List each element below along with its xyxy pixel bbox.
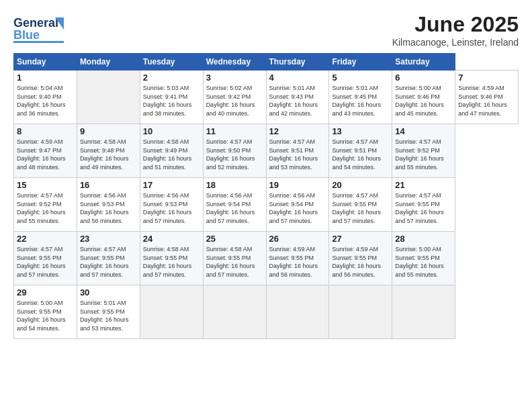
day-info: Sunrise: 4:56 AMSunset: 9:53 PMDaylight:… — [143, 191, 200, 225]
day-info: Sunrise: 4:59 AMSunset: 9:55 PMDaylight:… — [269, 245, 326, 279]
calendar-cell: 6Sunrise: 5:00 AMSunset: 9:46 PMDaylight… — [392, 71, 455, 124]
day-info: Sunrise: 4:59 AMSunset: 9:55 PMDaylight:… — [332, 245, 389, 279]
day-info: Sunrise: 4:57 AMSunset: 9:55 PMDaylight:… — [395, 191, 452, 225]
day-info: Sunrise: 4:56 AMSunset: 9:54 PMDaylight:… — [206, 191, 263, 225]
calendar-cell: 18Sunrise: 4:56 AMSunset: 9:54 PMDayligh… — [203, 178, 266, 232]
day-number: 18 — [206, 180, 263, 190]
calendar-cell: 23Sunrise: 4:57 AMSunset: 9:55 PMDayligh… — [77, 232, 140, 285]
day-number: 30 — [80, 287, 137, 298]
calendar-cell: 2Sunrise: 5:03 AMSunset: 9:41 PMDaylight… — [140, 71, 203, 124]
calendar-cell: 12Sunrise: 4:57 AMSunset: 9:51 PMDayligh… — [266, 124, 329, 178]
day-info: Sunrise: 4:57 AMSunset: 9:55 PMDaylight:… — [80, 245, 137, 279]
calendar-table: Sunday Monday Tuesday Wednesday Thursday… — [13, 53, 519, 339]
calendar-cell: 19Sunrise: 4:56 AMSunset: 9:54 PMDayligh… — [266, 178, 329, 232]
calendar-week-2: 8Sunrise: 4:59 AMSunset: 9:47 PMDaylight… — [14, 124, 519, 178]
day-number: 3 — [206, 73, 263, 83]
day-info: Sunrise: 5:00 AMSunset: 9:46 PMDaylight:… — [395, 84, 452, 118]
day-number: 6 — [395, 73, 452, 83]
day-info: Sunrise: 4:57 AMSunset: 9:55 PMDaylight:… — [17, 245, 74, 279]
day-number: 16 — [80, 180, 137, 190]
day-info: Sunrise: 4:57 AMSunset: 9:52 PMDaylight:… — [395, 138, 452, 171]
day-info: Sunrise: 4:58 AMSunset: 9:55 PMDaylight:… — [143, 245, 200, 279]
day-number: 15 — [17, 180, 74, 190]
day-number: 26 — [269, 234, 326, 244]
day-number: 13 — [332, 126, 389, 136]
day-number: 24 — [143, 234, 200, 244]
day-number: 23 — [80, 234, 137, 244]
calendar-cell: 7Sunrise: 4:59 AMSunset: 9:46 PMDaylight… — [455, 71, 519, 124]
svg-text:Blue: Blue — [13, 28, 40, 42]
calendar-cell: 29Sunrise: 5:00 AMSunset: 9:55 PMDayligh… — [14, 285, 77, 339]
day-info: Sunrise: 4:57 AMSunset: 9:51 PMDaylight:… — [269, 138, 326, 171]
calendar-cell: 16Sunrise: 4:56 AMSunset: 9:53 PMDayligh… — [77, 178, 140, 232]
calendar-cell: 28Sunrise: 5:00 AMSunset: 9:55 PMDayligh… — [392, 232, 455, 285]
calendar-cell: 1Sunrise: 5:04 AMSunset: 9:40 PMDaylight… — [14, 71, 77, 124]
calendar-cell: 24Sunrise: 4:58 AMSunset: 9:55 PMDayligh… — [140, 232, 203, 285]
main-title: June 2025 — [392, 12, 519, 37]
day-info: Sunrise: 4:56 AMSunset: 9:54 PMDaylight:… — [269, 191, 326, 225]
day-number: 11 — [206, 126, 263, 136]
calendar-cell: 10Sunrise: 4:58 AMSunset: 9:49 PMDayligh… — [140, 124, 203, 178]
calendar-cell: 3Sunrise: 5:02 AMSunset: 9:42 PMDaylight… — [203, 71, 266, 124]
svg-rect-3 — [13, 41, 64, 43]
calendar-week-4: 22Sunrise: 4:57 AMSunset: 9:55 PMDayligh… — [14, 232, 519, 285]
calendar-cell: 25Sunrise: 4:58 AMSunset: 9:55 PMDayligh… — [203, 232, 266, 285]
day-number: 4 — [269, 73, 326, 83]
calendar-cell: 4Sunrise: 5:01 AMSunset: 9:43 PMDaylight… — [266, 71, 329, 124]
title-block: June 2025 Kilmacanoge, Leinster, Ireland — [392, 12, 519, 48]
day-info: Sunrise: 5:01 AMSunset: 9:45 PMDaylight:… — [332, 84, 389, 118]
col-monday: Monday — [77, 54, 140, 71]
calendar-cell: 22Sunrise: 4:57 AMSunset: 9:55 PMDayligh… — [14, 232, 77, 285]
day-number: 28 — [395, 234, 452, 244]
calendar-cell: 21Sunrise: 4:57 AMSunset: 9:55 PMDayligh… — [392, 178, 455, 232]
day-info: Sunrise: 4:57 AMSunset: 9:55 PMDaylight:… — [332, 191, 389, 225]
day-info: Sunrise: 4:58 AMSunset: 9:55 PMDaylight:… — [206, 245, 263, 279]
day-info: Sunrise: 4:57 AMSunset: 9:52 PMDaylight:… — [17, 191, 74, 225]
day-number: 10 — [143, 126, 200, 136]
subtitle: Kilmacanoge, Leinster, Ireland — [392, 37, 519, 48]
logo-svg: General Blue — [13, 12, 67, 47]
day-info: Sunrise: 5:01 AMSunset: 9:43 PMDaylight:… — [269, 84, 326, 118]
day-number: 19 — [269, 180, 326, 190]
calendar-cell: 20Sunrise: 4:57 AMSunset: 9:55 PMDayligh… — [329, 178, 392, 232]
calendar-week-5: 29Sunrise: 5:00 AMSunset: 9:55 PMDayligh… — [14, 285, 519, 339]
calendar-cell — [392, 285, 455, 339]
day-info: Sunrise: 4:56 AMSunset: 9:53 PMDaylight:… — [80, 191, 137, 225]
day-info: Sunrise: 5:02 AMSunset: 9:42 PMDaylight:… — [206, 84, 263, 118]
day-number: 17 — [143, 180, 200, 190]
logo: General Blue — [13, 12, 67, 47]
calendar-cell — [140, 285, 203, 339]
day-number: 8 — [17, 126, 74, 136]
day-info: Sunrise: 4:57 AMSunset: 9:51 PMDaylight:… — [332, 138, 389, 171]
calendar-cell: 27Sunrise: 4:59 AMSunset: 9:55 PMDayligh… — [329, 232, 392, 285]
day-number: 2 — [143, 73, 200, 83]
calendar-cell — [77, 71, 140, 124]
calendar-cell — [266, 285, 329, 339]
day-info: Sunrise: 5:00 AMSunset: 9:55 PMDaylight:… — [17, 299, 74, 332]
calendar-cell: 15Sunrise: 4:57 AMSunset: 9:52 PMDayligh… — [14, 178, 77, 232]
day-info: Sunrise: 4:59 AMSunset: 9:47 PMDaylight:… — [17, 138, 74, 171]
day-info: Sunrise: 4:59 AMSunset: 9:46 PMDaylight:… — [458, 84, 515, 118]
col-thursday: Thursday — [266, 54, 329, 71]
calendar-cell: 13Sunrise: 4:57 AMSunset: 9:51 PMDayligh… — [329, 124, 392, 178]
col-sunday: Sunday — [14, 54, 77, 71]
day-number: 1 — [17, 73, 74, 83]
day-info: Sunrise: 5:01 AMSunset: 9:55 PMDaylight:… — [80, 299, 137, 332]
day-number: 22 — [17, 234, 74, 244]
col-tuesday: Tuesday — [140, 54, 203, 71]
calendar-week-1: 1Sunrise: 5:04 AMSunset: 9:40 PMDaylight… — [14, 71, 519, 124]
day-number: 14 — [395, 126, 452, 136]
day-info: Sunrise: 5:03 AMSunset: 9:41 PMDaylight:… — [143, 84, 200, 118]
svg-text:General: General — [13, 16, 58, 30]
calendar-cell: 14Sunrise: 4:57 AMSunset: 9:52 PMDayligh… — [392, 124, 455, 178]
day-number: 21 — [395, 180, 452, 190]
calendar-week-3: 15Sunrise: 4:57 AMSunset: 9:52 PMDayligh… — [14, 178, 519, 232]
day-info: Sunrise: 4:58 AMSunset: 9:48 PMDaylight:… — [80, 138, 137, 171]
calendar-cell: 17Sunrise: 4:56 AMSunset: 9:53 PMDayligh… — [140, 178, 203, 232]
col-friday: Friday — [329, 54, 392, 71]
day-number: 29 — [17, 287, 74, 298]
calendar-cell: 11Sunrise: 4:57 AMSunset: 9:50 PMDayligh… — [203, 124, 266, 178]
day-number: 9 — [80, 126, 137, 136]
day-info: Sunrise: 5:04 AMSunset: 9:40 PMDaylight:… — [17, 84, 74, 118]
day-number: 20 — [332, 180, 389, 190]
